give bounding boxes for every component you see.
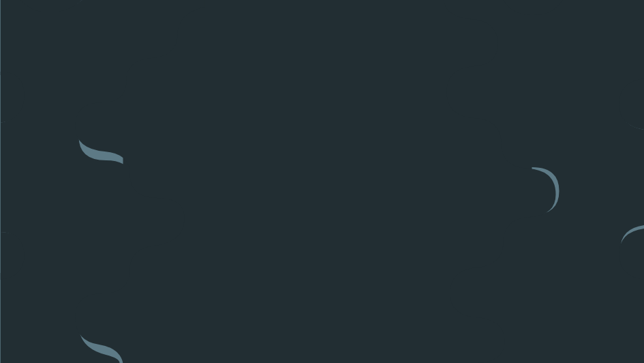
banner-title: JavaScript remove object properties [230, 72, 413, 264]
banner-canvas: JavaScript remove object properties code… [0, 0, 644, 363]
watermark-text: codevscolor.com [370, 328, 485, 345]
